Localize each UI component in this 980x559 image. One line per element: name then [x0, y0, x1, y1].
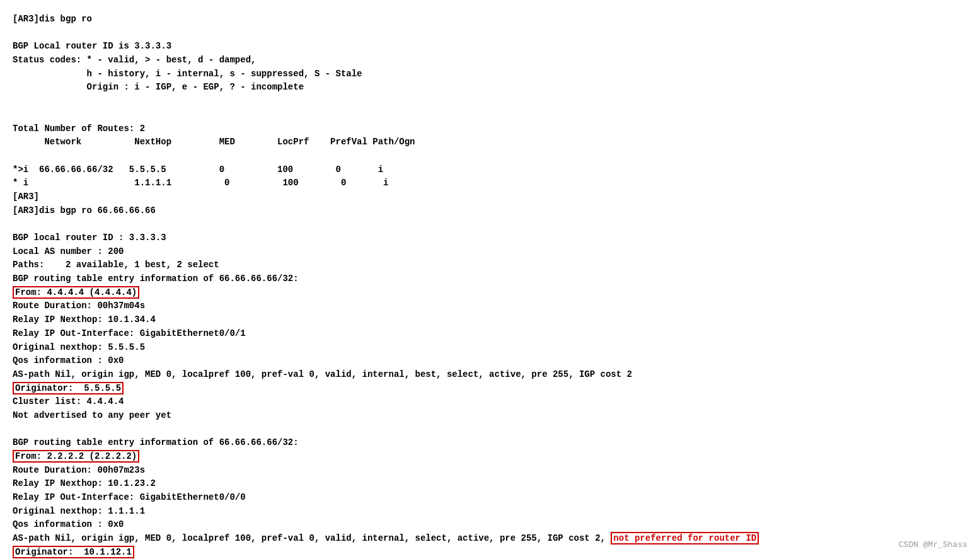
total-routes: Total Number of Routes: 2	[13, 122, 967, 136]
blank-line	[13, 149, 967, 163]
from-1-box: From: 4.4.4.4 (4.4.4.4)	[13, 286, 139, 299]
originator-line-2: Originator: 10.1.12.1	[13, 546, 967, 559]
blank-line	[13, 217, 967, 231]
bgp-routing-entry-2-header: BGP routing table entry information of 6…	[13, 436, 967, 450]
status-codes-line1: Status codes: * - valid, > - best, d - d…	[13, 54, 967, 67]
qos-info-1: Qos information : 0x0	[13, 354, 967, 368]
route-row-2: * i 1.1.1.1 0 100 0 i	[13, 176, 967, 190]
command-line-1: [AR3]dis bgp ro	[13, 13, 967, 26]
not-advertised-1: Not advertised to any peer yet	[13, 409, 967, 423]
table-header: Network NextHop MED LocPrf PrefVal Path/…	[13, 135, 967, 149]
blank-line	[13, 26, 967, 40]
bgp-router-id: BGP Local router ID is 3.3.3.3	[13, 40, 967, 54]
bgp-local-router-id: BGP local router ID : 3.3.3.3	[13, 231, 967, 245]
relay-out-interface-2: Relay IP Out-Interface: GigabitEthernet0…	[13, 491, 967, 505]
as-path-prefix: AS-path Nil, origin igp, MED 0, localpre…	[13, 533, 611, 543]
from-2-box: From: 2.2.2.2 (2.2.2.2)	[13, 450, 139, 463]
status-codes-line2: h - history, i - internal, s - suppresse…	[13, 67, 967, 81]
command-line-2: [AR3]dis bgp ro 66.66.66.66	[13, 204, 967, 218]
relay-out-interface-1: Relay IP Out-Interface: GigabitEthernet0…	[13, 327, 967, 341]
originator-line-1: Originator: 5.5.5.5	[13, 382, 967, 396]
cluster-list-1: Cluster list: 4.4.4.4	[13, 395, 967, 409]
relay-nexthop-2: Relay IP Nexthop: 10.1.23.2	[13, 477, 967, 491]
local-as-number: Local AS number : 200	[13, 245, 967, 259]
originator-1-box: Originator: 5.5.5.5	[13, 382, 124, 395]
route-row-1: *>i 66.66.66.66/32 5.5.5.5 0 100 0 i	[13, 163, 967, 177]
blank-line	[13, 423, 967, 437]
relay-nexthop-1: Relay IP Nexthop: 10.1.34.4	[13, 313, 967, 327]
qos-info-2: Qos information : 0x0	[13, 518, 967, 532]
route-duration-2: Route Duration: 00h07m23s	[13, 464, 967, 478]
from-line-2: From: 2.2.2.2 (2.2.2.2)	[13, 450, 967, 464]
original-nexthop-2: Original nexthop: 1.1.1.1	[13, 505, 967, 519]
ar3-prompt: [AR3]	[13, 190, 967, 204]
terminal-output: [AR3]dis bgp ro BGP Local router ID is 3…	[13, 13, 967, 559]
from-line-1: From: 4.4.4.4 (4.4.4.4)	[13, 286, 967, 300]
route-duration-1: Route Duration: 00h37m04s	[13, 299, 967, 313]
bgp-routing-entry-1-header: BGP routing table entry information of 6…	[13, 272, 967, 286]
paths: Paths: 2 available, 1 best, 2 select	[13, 258, 967, 272]
as-path-line-1: AS-path Nil, origin igp, MED 0, localpre…	[13, 368, 967, 382]
not-preferred-box: not preferred for router ID	[611, 532, 759, 545]
status-codes-line3: Origin : i - IGP, e - EGP, ? - incomplet…	[13, 81, 967, 95]
blank-line	[13, 95, 967, 108]
watermark: CSDN @Mr_Shass	[899, 540, 967, 550]
originator-2-box: Originator: 10.1.12.1	[13, 546, 134, 558]
original-nexthop-1: Original nexthop: 5.5.5.5	[13, 341, 967, 355]
blank-line	[13, 108, 967, 122]
as-path-line-2: AS-path Nil, origin igp, MED 0, localpre…	[13, 532, 967, 546]
